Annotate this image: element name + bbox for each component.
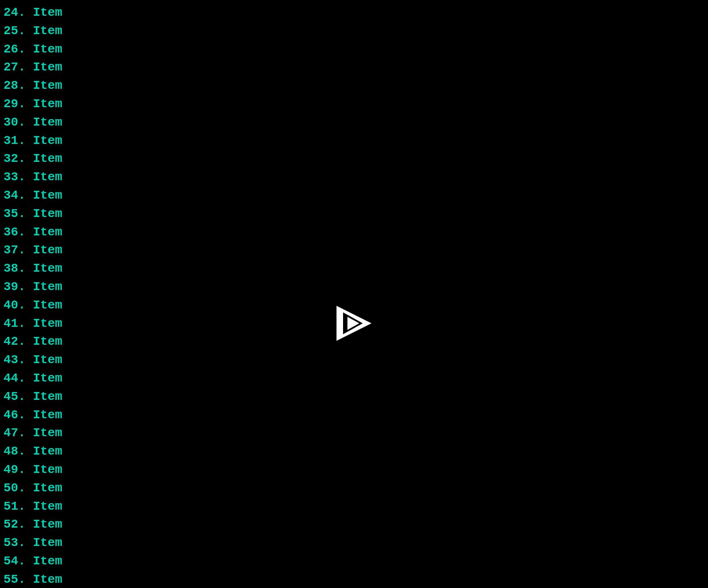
list-item[interactable]: 44. Item	[0, 369, 708, 388]
list-item[interactable]: 40. Item	[0, 296, 708, 315]
list-item[interactable]: 31. Item	[0, 132, 708, 150]
list-item[interactable]: 26. Item	[0, 40, 708, 59]
list-item[interactable]: 33. Item	[0, 168, 708, 186]
list-item[interactable]: 48. Item	[0, 442, 708, 461]
list-item[interactable]: 35. Item	[0, 205, 708, 223]
list-item[interactable]: 28. Item	[0, 77, 708, 95]
item-list: 24. Item25. Item26. Item27. Item28. Item…	[0, 0, 708, 588]
list-item[interactable]: 53. Item	[0, 534, 708, 552]
list-item[interactable]: 47. Item	[0, 424, 708, 442]
list-item[interactable]: 29. Item	[0, 95, 708, 113]
list-item[interactable]: 52. Item	[0, 515, 708, 534]
list-item[interactable]: 55. Item	[0, 570, 708, 588]
list-item[interactable]: 38. Item	[0, 259, 708, 278]
list-item[interactable]: 41. Item	[0, 315, 708, 333]
list-item[interactable]: 37. Item	[0, 241, 708, 259]
list-item[interactable]: 36. Item	[0, 223, 708, 242]
list-item[interactable]: 32. Item	[0, 150, 708, 168]
list-item[interactable]: 34. Item	[0, 186, 708, 205]
list-item[interactable]: 50. Item	[0, 479, 708, 497]
list-item[interactable]: 54. Item	[0, 552, 708, 570]
list-item[interactable]: 42. Item	[0, 332, 708, 351]
list-item[interactable]: 46. Item	[0, 406, 708, 424]
list-item[interactable]: 39. Item	[0, 278, 708, 296]
list-item[interactable]: 43. Item	[0, 351, 708, 369]
list-item[interactable]: 30. Item	[0, 113, 708, 132]
list-item[interactable]: 45. Item	[0, 388, 708, 406]
list-item[interactable]: 49. Item	[0, 461, 708, 479]
list-item[interactable]: 51. Item	[0, 497, 708, 516]
list-item[interactable]: 27. Item	[0, 58, 708, 77]
list-item[interactable]: 25. Item	[0, 22, 708, 40]
list-item[interactable]: 24. Item	[0, 4, 708, 22]
